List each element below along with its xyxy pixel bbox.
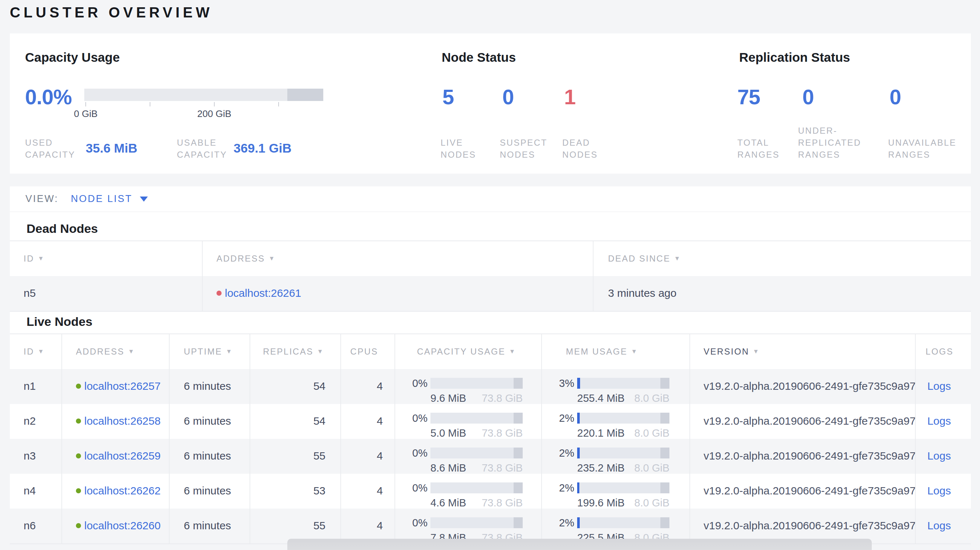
- usage-bar: [430, 448, 523, 458]
- node-address-link[interactable]: localhost:26258: [84, 415, 161, 427]
- logs-link[interactable]: Logs: [928, 415, 951, 427]
- column-header-replicas[interactable]: REPLICAS▼: [250, 334, 341, 369]
- column-header-version[interactable]: VERSION▼: [690, 334, 916, 369]
- sort-desc-icon: ▼: [631, 348, 638, 355]
- node-address-link[interactable]: localhost:26261: [225, 287, 301, 299]
- usage-percent: 0%: [395, 517, 428, 529]
- usage-used-value: 235.2 MiB: [577, 462, 625, 474]
- usage-bar: [577, 378, 670, 389]
- column-header-cpus: CPUS: [341, 334, 395, 369]
- total-ranges-label: TOTALRANGES: [737, 137, 780, 161]
- node-id-cell: n4: [10, 474, 62, 509]
- usage-bar-row: 2%: [542, 448, 689, 458]
- usage-percent: 0%: [395, 377, 428, 389]
- usage-total-value: 73.8 GiB: [482, 497, 523, 509]
- usage-percent: 0%: [395, 482, 428, 494]
- used-capacity-value: 35.6 MiB: [86, 141, 137, 156]
- capacity-bar: [84, 89, 323, 101]
- live-node-dot-icon: [76, 384, 81, 389]
- usage-values: 255.4 MiB8.0 GiB: [577, 392, 670, 404]
- sort-desc-icon: ▼: [128, 348, 135, 355]
- capacity-usage-cell: 0%4.6 MiB73.8 GiB: [395, 474, 542, 509]
- logs-cell: Logs: [916, 474, 971, 509]
- logs-link[interactable]: Logs: [928, 380, 951, 392]
- column-header-capacity-usage[interactable]: CAPACITY USAGE▼: [395, 334, 542, 369]
- column-header-address[interactable]: ADDRESS▼: [203, 241, 593, 276]
- capacity-usage-cell: 0%8.6 MiB73.8 GiB: [395, 439, 542, 474]
- live-nodes-label: LIVENODES: [441, 137, 476, 161]
- usage-reserved-segment: [660, 482, 670, 493]
- usage-used-value: 199.6 MiB: [577, 497, 625, 509]
- usage-bar: [430, 413, 523, 424]
- axis-tick: [85, 102, 86, 107]
- usage-values: 199.6 MiB8.0 GiB: [577, 497, 670, 509]
- under-replicated-ranges-label: UNDER-REPLICATEDRANGES: [798, 125, 861, 161]
- node-address-link[interactable]: localhost:26259: [84, 450, 161, 462]
- node-address-link[interactable]: localhost:26260: [84, 520, 161, 532]
- usage-percent: 2%: [542, 482, 574, 494]
- usage-used-value: 255.4 MiB: [577, 392, 625, 404]
- live-node-dot-icon: [76, 523, 81, 528]
- usage-bar-row: 0%: [395, 413, 541, 424]
- column-header-dead-since[interactable]: DEAD SINCE▼: [593, 241, 971, 276]
- node-address-link[interactable]: localhost:26257: [84, 380, 161, 392]
- usage-bar-row: 0%: [395, 378, 541, 389]
- usage-bar: [577, 448, 670, 458]
- usage-bar: [577, 517, 670, 528]
- usage-bar-row: 2%: [542, 517, 689, 528]
- column-header-id[interactable]: ID▼: [10, 241, 203, 276]
- node-status-heading: Node Status: [442, 50, 516, 65]
- dead-nodes-heading: Dead Nodes: [27, 222, 98, 236]
- column-header-address[interactable]: ADDRESS▼: [62, 334, 170, 369]
- usage-bar: [577, 413, 670, 424]
- logs-link[interactable]: Logs: [928, 520, 951, 531]
- mem-usage-cell: 2%225.5 MiB8.0 GiB: [542, 509, 690, 544]
- uptime-cell: 6 minutes: [170, 404, 250, 439]
- mem-usage-cell: 3%255.4 MiB8.0 GiB: [542, 369, 690, 404]
- node-address-link[interactable]: localhost:26262: [84, 485, 161, 497]
- usage-percent: 0%: [395, 447, 428, 459]
- suspect-nodes-label: SUSPECTNODES: [500, 137, 547, 161]
- logs-link[interactable]: Logs: [928, 450, 951, 462]
- sort-desc-icon: ▼: [226, 348, 233, 355]
- usage-reserved-segment: [660, 413, 670, 424]
- live-nodes-tbody: n1localhost:262576 minutes5440%9.6 MiB73…: [10, 369, 971, 544]
- column-header-uptime[interactable]: UPTIME▼: [170, 334, 250, 369]
- node-list-dropdown[interactable]: NODE LIST: [71, 193, 148, 205]
- usage-fill: [577, 448, 580, 458]
- usage-total-value: 8.0 GiB: [634, 462, 670, 474]
- mem-usage-cell: 2%235.2 MiB8.0 GiB: [542, 439, 690, 474]
- address-wrap: localhost:26257: [76, 380, 169, 392]
- bottom-shadow: [287, 539, 872, 550]
- usage-used-value: 5.0 MiB: [430, 427, 466, 439]
- unavailable-ranges-count: 0: [889, 86, 901, 108]
- sort-desc-icon: ▼: [753, 348, 760, 355]
- axis-tick-label: 200 GiB: [178, 108, 251, 119]
- mem-usage-cell: 2%220.1 MiB8.0 GiB: [542, 404, 690, 439]
- address-wrap: localhost:26260: [76, 520, 169, 532]
- logs-link[interactable]: Logs: [928, 485, 951, 497]
- uptime-cell: 6 minutes: [170, 509, 250, 544]
- column-header-id[interactable]: ID▼: [10, 334, 62, 369]
- usage-reserved-segment: [514, 378, 523, 389]
- version-cell: v19.2.0-alpha.20190606-2491-gfe735c9a97: [690, 404, 916, 439]
- axis-tick-label: 0 GiB: [49, 108, 122, 119]
- address-wrap: localhost:26262: [76, 485, 169, 497]
- live-nodes-table: ID▼ ADDRESS▼ UPTIME▼ REPLICAS▼ CPUS CAPA…: [10, 334, 971, 544]
- usage-percent: 3%: [542, 377, 574, 389]
- replicas-cell: 53: [250, 474, 341, 509]
- mem-usage-cell: 2%199.6 MiB8.0 GiB: [542, 474, 690, 509]
- column-header-mem-usage[interactable]: MEM USAGE▼: [542, 334, 690, 369]
- usable-capacity-value: 369.1 GiB: [234, 141, 292, 156]
- usage-bar-row: 0%: [395, 517, 541, 528]
- cpus-cell: 4: [341, 509, 395, 544]
- usage-bar: [430, 378, 523, 389]
- sort-desc-icon: ▼: [509, 348, 516, 355]
- usage-bar: [430, 482, 523, 493]
- live-nodes-heading: Live Nodes: [27, 315, 92, 329]
- usage-bar: [430, 517, 523, 528]
- usage-total-value: 73.8 GiB: [482, 427, 523, 439]
- usage-percent: 2%: [542, 412, 574, 424]
- address-cell: localhost:26260: [62, 509, 170, 544]
- usage-percent: 2%: [542, 517, 574, 529]
